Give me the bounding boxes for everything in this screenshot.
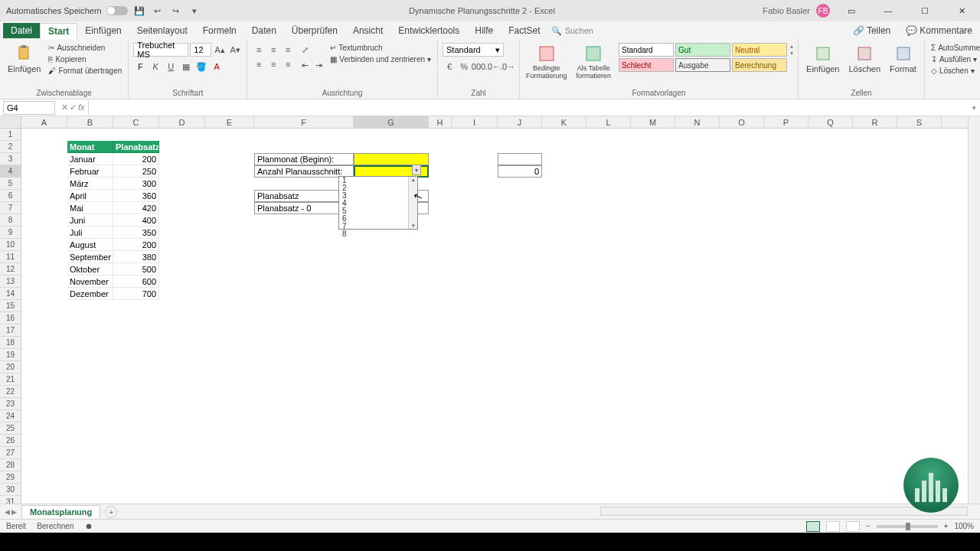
col-header-A[interactable]: A xyxy=(21,116,67,128)
ribbon-options-icon[interactable]: ▭ xyxy=(836,0,867,21)
dropdown-option[interactable]: 2 xyxy=(339,184,417,192)
maximize-icon[interactable]: ☐ xyxy=(910,0,940,21)
cell-styles-gallery[interactable]: Standard Gut Neutral Schlecht Ausgabe Be… xyxy=(619,43,787,72)
comma-icon[interactable]: 000 xyxy=(472,60,485,73)
row-header-4[interactable]: 4 xyxy=(0,165,21,178)
col-header-P[interactable]: P xyxy=(764,116,808,128)
align-top-icon[interactable]: ≡ xyxy=(252,43,266,57)
row-header-20[interactable]: 20 xyxy=(0,361,21,373)
tab-view[interactable]: Ansicht xyxy=(345,23,390,38)
font-name-select[interactable]: Trebuchet MS xyxy=(133,43,188,57)
row-header-23[interactable]: 23 xyxy=(0,398,21,410)
cancel-formula-icon[interactable]: ✕ xyxy=(61,103,68,112)
autosum-button[interactable]: Σ AutoSumme ▾ xyxy=(929,43,980,53)
validation-dropdown-icon[interactable]: ▾ xyxy=(412,165,421,175)
dropdown-option[interactable]: 7 xyxy=(339,223,417,230)
cell[interactable]: 600 xyxy=(113,276,159,288)
cell[interactable]: 0 xyxy=(498,165,542,178)
underline-icon[interactable]: U xyxy=(164,60,178,73)
row-header-9[interactable]: 9 xyxy=(0,227,21,239)
name-box[interactable]: G4 xyxy=(3,101,55,115)
col-header-O[interactable]: O xyxy=(720,116,764,128)
vertical-scrollbar[interactable] xyxy=(968,116,980,504)
tab-file[interactable]: Datei xyxy=(3,23,40,38)
cell[interactable]: 200 xyxy=(113,153,159,165)
row-header-12[interactable]: 12 xyxy=(0,263,21,276)
style-ausgabe[interactable]: Ausgabe xyxy=(675,58,730,72)
align-mid-icon[interactable]: ≡ xyxy=(266,43,280,57)
wrap-text-button[interactable]: ↵ Textumbruch xyxy=(328,43,433,53)
row-header-19[interactable]: 19 xyxy=(0,349,21,361)
cell[interactable]: Monat xyxy=(67,141,113,153)
align-bot-icon[interactable]: ≡ xyxy=(281,43,295,57)
table-format-button[interactable]: Als Tabelle formatieren xyxy=(572,43,616,81)
cell[interactable]: 300 xyxy=(113,178,159,190)
grow-font-icon[interactable]: A▴ xyxy=(213,43,227,57)
cut-button[interactable]: ✂ Ausschneiden xyxy=(47,43,123,53)
cond-format-button[interactable]: Bedingte Formatierung xyxy=(524,43,569,81)
border-icon[interactable]: ▦ xyxy=(179,60,193,73)
currency-icon[interactable]: € xyxy=(443,60,456,73)
cell[interactable]: Planmonat (Beginn): xyxy=(254,153,354,165)
dropdown-option[interactable]: 6 xyxy=(339,215,417,223)
row-header-22[interactable]: 22 xyxy=(0,386,21,398)
cell[interactable]: Dezember xyxy=(67,288,113,300)
row-header-6[interactable]: 6 xyxy=(0,190,21,202)
row-header-13[interactable]: 13 xyxy=(0,276,21,288)
format-cells-button[interactable]: Format xyxy=(887,43,920,75)
inc-decimal-icon[interactable]: .0← xyxy=(486,60,500,73)
cell[interactable] xyxy=(498,153,542,165)
tab-data[interactable]: Daten xyxy=(244,23,284,38)
cell[interactable]: Oktober xyxy=(67,263,113,276)
col-header-I[interactable]: I xyxy=(452,116,498,128)
row-header-11[interactable]: 11 xyxy=(0,251,21,263)
merge-button[interactable]: ▦ Verbinden und zentrieren ▾ xyxy=(328,54,433,64)
row-header-17[interactable]: 17 xyxy=(0,324,21,337)
enter-formula-icon[interactable]: ✓ xyxy=(70,103,77,112)
col-header-F[interactable]: F xyxy=(254,116,354,128)
cell[interactable]: Planabsatz xyxy=(113,141,159,153)
tab-dev[interactable]: Entwicklertools xyxy=(390,23,467,38)
col-header-C[interactable]: C xyxy=(113,116,159,128)
autosave-toggle[interactable]: Automatisches Speichern xyxy=(6,6,128,15)
insert-cells-button[interactable]: Einfügen xyxy=(803,43,842,75)
cell[interactable] xyxy=(354,153,429,165)
align-left-icon[interactable]: ≡ xyxy=(252,57,266,71)
dropdown-option[interactable]: 8 xyxy=(339,230,417,238)
search-box[interactable]: 🔍 Suchen xyxy=(551,26,593,36)
fill-button[interactable]: ↧ Ausfüllen ▾ xyxy=(929,54,980,64)
styles-more-icon[interactable]: ▴▾ xyxy=(790,43,793,57)
cell[interactable]: Juni xyxy=(67,214,113,227)
undo-icon[interactable]: ↩ xyxy=(151,4,165,18)
save-icon[interactable]: 💾 xyxy=(132,4,146,18)
tab-help[interactable]: Hilfe xyxy=(467,23,501,38)
sheet-tab[interactable]: Monatsplanung xyxy=(21,505,100,518)
cell[interactable]: November xyxy=(67,276,113,288)
row-header-1[interactable]: 1 xyxy=(0,129,21,141)
cell[interactable]: August xyxy=(67,239,113,251)
row-header-24[interactable]: 24 xyxy=(0,410,21,422)
style-neutral[interactable]: Neutral xyxy=(732,43,787,57)
row-header-10[interactable]: 10 xyxy=(0,239,21,251)
avatar[interactable]: FB xyxy=(816,4,830,18)
cell[interactable]: Mai xyxy=(67,202,113,214)
cell[interactable]: 250 xyxy=(113,165,159,178)
row-header-27[interactable]: 27 xyxy=(0,447,21,459)
row-header-15[interactable]: 15 xyxy=(0,300,21,312)
cell[interactable]: März xyxy=(67,178,113,190)
scroll-down-icon[interactable]: ▾ xyxy=(412,223,415,229)
cell[interactable]: 380 xyxy=(113,251,159,263)
tab-formulas[interactable]: Formeln xyxy=(195,23,244,38)
cell[interactable]: September xyxy=(67,251,113,263)
indent-dec-icon[interactable]: ⇤ xyxy=(298,58,312,72)
qat-more-icon[interactable]: ▾ xyxy=(188,4,201,18)
validation-dropdown-list[interactable]: 12345678 ▴▾ xyxy=(338,176,418,230)
col-header-S[interactable]: S xyxy=(897,116,942,128)
zoom-value[interactable]: 100% xyxy=(954,522,974,530)
cell[interactable]: April xyxy=(67,190,113,202)
formula-input[interactable] xyxy=(88,101,968,115)
col-header-M[interactable]: M xyxy=(631,116,675,128)
col-header-D[interactable]: D xyxy=(159,116,205,128)
row-header-30[interactable]: 30 xyxy=(0,484,21,496)
italic-icon[interactable]: K xyxy=(149,60,162,73)
